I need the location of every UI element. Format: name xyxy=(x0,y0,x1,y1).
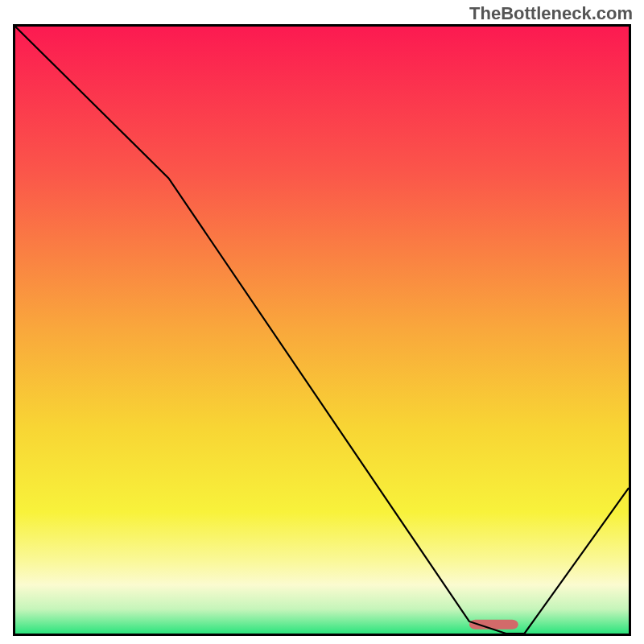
plot-border xyxy=(13,24,631,636)
chart-container: TheBottleneck.com xyxy=(0,0,644,644)
watermark-text: TheBottleneck.com xyxy=(469,3,633,24)
plot-svg xyxy=(15,27,629,634)
